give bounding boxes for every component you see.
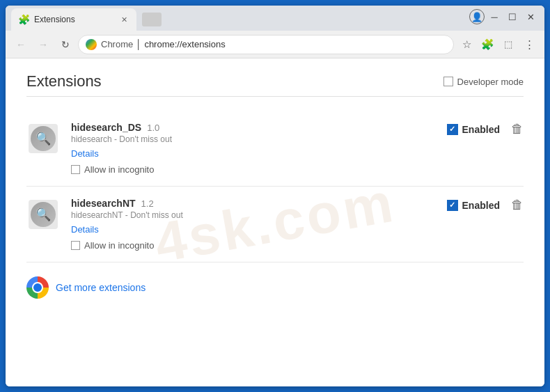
reload-button[interactable]: ↻ (56, 35, 75, 54)
extension-item: hidesearch_DS 1.0 hidesearch - Don't mis… (26, 111, 524, 187)
window-controls: 👤 ─ ☐ ✕ (469, 6, 539, 31)
extension-enabled-container-1: Enabled (447, 200, 500, 211)
page-title: Extensions (26, 72, 102, 91)
extension-desc-1: hidesearchNT - Don't miss out (71, 210, 422, 220)
browser-window: 🧩 Extensions ✕ 👤 ─ ☐ ✕ ← → ↻ Chrome │ (6, 6, 544, 386)
developer-mode-checkbox[interactable] (443, 77, 453, 86)
get-more-extensions-link[interactable]: Get more extensions (56, 282, 146, 293)
back-icon: ← (16, 39, 26, 50)
extension-icon-0 (26, 122, 60, 155)
maximize-button[interactable]: ☐ (504, 8, 521, 25)
extension-icon-inner-1 (31, 202, 56, 227)
close-button[interactable]: ✕ (522, 8, 539, 25)
extension-version-0: 1.0 (147, 123, 159, 133)
extension-icon-image-0 (29, 124, 58, 153)
forward-icon: → (38, 39, 48, 50)
extension-item: hidesearchNT 1.2 hidesearchNT - Don't mi… (26, 187, 524, 262)
extension-icon-image-1 (29, 200, 58, 229)
extension-info-0: hidesearch_DS 1.0 hidesearch - Don't mis… (71, 122, 422, 175)
new-tab-area (139, 8, 164, 31)
extension-name-row-0: hidesearch_DS 1.0 (71, 122, 422, 133)
extension-list: hidesearch_DS 1.0 hidesearch - Don't mis… (26, 111, 524, 262)
browser-tab-active[interactable]: 🧩 Extensions ✕ (11, 8, 136, 31)
minimize-button[interactable]: ─ (486, 8, 503, 25)
extension-enabled-checkbox-0[interactable] (447, 124, 458, 135)
menu-icon: ⋮ (524, 38, 535, 51)
extension-incognito-row-0: Allow in incognito (71, 164, 422, 175)
forward-button[interactable]: → (33, 35, 53, 54)
star-icon: ☆ (462, 38, 471, 51)
address-text: Chrome │ chrome://extensions (101, 39, 226, 49)
extension-actions-1: Enabled 🗑 (433, 198, 524, 212)
extension-name-row-1: hidesearchNT 1.2 (71, 198, 422, 209)
bookmark-button[interactable]: ☆ (457, 35, 476, 54)
address-separator: │ (136, 39, 141, 49)
back-button[interactable]: ← (11, 35, 31, 54)
extension-delete-button-1[interactable]: 🗑 (511, 198, 524, 212)
extensions-page: Extensions Developer mode (6, 58, 544, 313)
developer-mode-checkbox-container[interactable]: Developer mode (443, 77, 524, 87)
tab-label: Extensions (34, 15, 75, 24)
new-tab-button[interactable] (142, 13, 162, 26)
extension-incognito-checkbox-0[interactable] (71, 165, 80, 174)
address-favicon (86, 39, 97, 50)
get-more-row: Get more extensions (26, 262, 524, 299)
extension-version-1: 1.2 (141, 198, 154, 209)
tab-close-button[interactable]: ✕ (118, 14, 129, 25)
chrome-logo-icon (26, 276, 49, 299)
extension-incognito-label-0: Allow in incognito (84, 164, 154, 175)
page-header: Extensions Developer mode (26, 72, 524, 97)
extension-desc-0: hidesearch - Don't miss out (71, 134, 422, 144)
toolbar: ← → ↻ Chrome │ chrome://extensions ☆ 🧩 ⬚ (6, 31, 544, 58)
reload-icon: ↻ (61, 39, 70, 50)
extension-actions-0: Enabled 🗑 (433, 122, 524, 136)
puzzle-icon: 🧩 (481, 38, 494, 51)
extension-incognito-row-1: Allow in incognito (71, 240, 422, 251)
extension-name-0: hidesearch_DS (71, 122, 141, 133)
address-domain: Chrome (101, 39, 133, 49)
extension-button[interactable]: 🧩 (478, 35, 497, 54)
developer-mode-label: Developer mode (457, 77, 524, 87)
page-content: 4sk.com Extensions Developer mode (6, 58, 544, 386)
extension-icon-1 (26, 198, 60, 231)
developer-mode-container: Developer mode (443, 77, 524, 87)
tab-favicon: 🧩 (18, 14, 30, 25)
cast-icon: ⬚ (504, 39, 512, 49)
extension-enabled-checkbox-1[interactable] (447, 200, 458, 211)
extension-name-1: hidesearchNT (71, 198, 136, 209)
extension-delete-button-0[interactable]: 🗑 (511, 122, 524, 136)
extension-info-1: hidesearchNT 1.2 hidesearchNT - Don't mi… (71, 198, 422, 251)
extension-enabled-label-1: Enabled (462, 200, 500, 211)
extension-incognito-label-1: Allow in incognito (84, 240, 154, 251)
extension-enabled-label-0: Enabled (462, 124, 500, 135)
extension-details-link-0[interactable]: Details (71, 148, 422, 159)
address-url: chrome://extensions (144, 39, 225, 49)
extension-details-link-1[interactable]: Details (71, 224, 422, 235)
account-icon[interactable]: 👤 (469, 9, 485, 24)
address-bar[interactable]: Chrome │ chrome://extensions (78, 35, 454, 54)
chrome-cast-button[interactable]: ⬚ (498, 35, 518, 54)
title-bar: 🧩 Extensions ✕ 👤 ─ ☐ ✕ (6, 6, 544, 31)
toolbar-actions: ☆ 🧩 ⬚ ⋮ (457, 35, 539, 54)
menu-button[interactable]: ⋮ (519, 35, 539, 54)
extension-incognito-checkbox-1[interactable] (71, 241, 80, 250)
extension-icon-inner-0 (31, 126, 56, 151)
extension-enabled-container-0: Enabled (447, 124, 500, 135)
